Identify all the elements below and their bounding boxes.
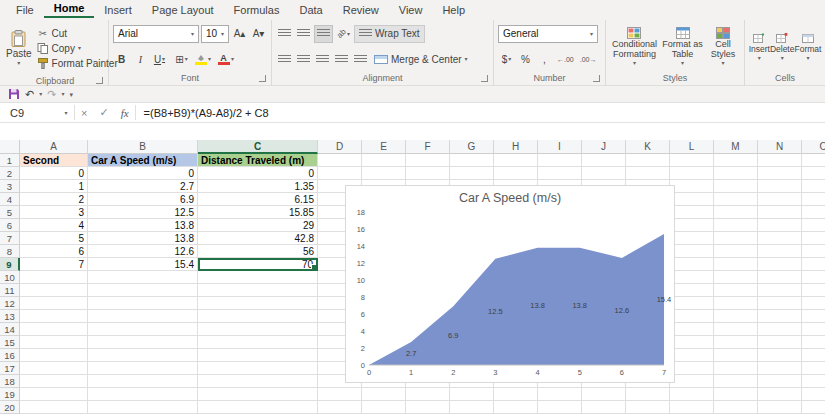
increase-indent-button[interactable] bbox=[352, 50, 369, 68]
cell-B19[interactable] bbox=[88, 388, 198, 401]
tab-formulas[interactable]: Formulas bbox=[224, 2, 290, 18]
cell-G19[interactable] bbox=[450, 388, 494, 401]
cell-O4[interactable] bbox=[802, 193, 825, 206]
cell-D19[interactable] bbox=[318, 388, 362, 401]
cell-C12[interactable] bbox=[198, 297, 318, 310]
number-dialog-launcher[interactable] bbox=[593, 75, 600, 82]
cell-L2[interactable] bbox=[670, 167, 714, 180]
cell-A14[interactable] bbox=[20, 323, 88, 336]
cell-L16[interactable] bbox=[670, 349, 714, 362]
cell-O16[interactable] bbox=[802, 349, 825, 362]
cell-O6[interactable] bbox=[802, 219, 825, 232]
row-header-17[interactable]: 17 bbox=[0, 362, 20, 375]
cell-M13[interactable] bbox=[714, 310, 758, 323]
column-header-N[interactable]: N bbox=[758, 140, 802, 154]
wrap-text-button[interactable]: Wrap Text bbox=[354, 25, 425, 43]
grow-font-button[interactable]: A▴ bbox=[231, 25, 248, 43]
cell-A7[interactable]: 5 bbox=[20, 232, 88, 245]
cut-button[interactable]: ✂Cut bbox=[35, 26, 120, 40]
tab-view[interactable]: View bbox=[389, 2, 433, 18]
underline-button[interactable]: U▾ bbox=[151, 50, 168, 68]
font-size-select[interactable]: 10▾ bbox=[201, 25, 229, 43]
cell-C3[interactable]: 1.35 bbox=[198, 180, 318, 193]
cell-B9[interactable]: 15.4 bbox=[88, 258, 198, 271]
cell-N3[interactable] bbox=[758, 180, 802, 193]
cell-E1[interactable] bbox=[362, 154, 406, 167]
cell-L12[interactable] bbox=[670, 297, 714, 310]
cancel-icon[interactable]: × bbox=[75, 103, 93, 122]
name-box-dropdown[interactable]: ▾ bbox=[58, 103, 74, 122]
cell-J19[interactable] bbox=[582, 388, 626, 401]
cell-O7[interactable] bbox=[802, 232, 825, 245]
undo-button[interactable]: ↶ bbox=[25, 88, 34, 101]
cell-B15[interactable] bbox=[88, 336, 198, 349]
cell-M5[interactable] bbox=[714, 206, 758, 219]
cell-L5[interactable] bbox=[670, 206, 714, 219]
cell-L6[interactable] bbox=[670, 219, 714, 232]
cell-I19[interactable] bbox=[538, 388, 582, 401]
chevron-down-icon[interactable]: ▾ bbox=[61, 91, 64, 97]
cell-A18[interactable] bbox=[20, 375, 88, 388]
cell-F1[interactable] bbox=[406, 154, 450, 167]
cell-L13[interactable] bbox=[670, 310, 714, 323]
cell-A11[interactable] bbox=[20, 284, 88, 297]
cell-C4[interactable]: 6.15 bbox=[198, 193, 318, 206]
cell-B1[interactable]: Car A Speed (m/s) bbox=[88, 154, 198, 167]
cell-N13[interactable] bbox=[758, 310, 802, 323]
cell-A2[interactable]: 0 bbox=[20, 167, 88, 180]
borders-button[interactable]: ⊞▾ bbox=[173, 50, 190, 68]
cell-C2[interactable]: 0 bbox=[198, 167, 318, 180]
cell-A3[interactable]: 1 bbox=[20, 180, 88, 193]
cell-L1[interactable] bbox=[670, 154, 714, 167]
copy-button[interactable]: Copy▾ bbox=[35, 41, 120, 55]
cell-O14[interactable] bbox=[802, 323, 825, 336]
cell-A19[interactable] bbox=[20, 388, 88, 401]
top-align-button[interactable] bbox=[276, 25, 293, 43]
cell-A9[interactable]: 7 bbox=[20, 258, 88, 271]
cell-B11[interactable] bbox=[88, 284, 198, 297]
paste-button[interactable]: Paste ▾ bbox=[6, 21, 32, 75]
cell-N7[interactable] bbox=[758, 232, 802, 245]
orientation-button[interactable]: ab▾ bbox=[335, 25, 352, 43]
cell-B4[interactable]: 6.9 bbox=[88, 193, 198, 206]
cell-I2[interactable] bbox=[538, 167, 582, 180]
insert-cells-button[interactable]: Insert ▾ bbox=[749, 32, 770, 61]
delete-cells-button[interactable]: Delete ▾ bbox=[770, 32, 795, 61]
row-header-14[interactable]: 14 bbox=[0, 323, 20, 336]
row-header-6[interactable]: 6 bbox=[0, 219, 20, 232]
cell-L8[interactable] bbox=[670, 245, 714, 258]
cell-N9[interactable] bbox=[758, 258, 802, 271]
cell-J1[interactable] bbox=[582, 154, 626, 167]
tab-help[interactable]: Help bbox=[432, 2, 475, 18]
italic-button[interactable]: I bbox=[132, 50, 149, 68]
column-header-H[interactable]: H bbox=[494, 140, 538, 154]
tab-page-layout[interactable]: Page Layout bbox=[142, 2, 224, 18]
middle-align-button[interactable] bbox=[295, 25, 312, 43]
conditional-formatting-button[interactable]: Conditional Formatting ▾ bbox=[610, 26, 659, 68]
row-header-10[interactable]: 10 bbox=[0, 271, 20, 284]
alignment-dialog-launcher[interactable] bbox=[481, 75, 488, 82]
cell-N18[interactable] bbox=[758, 375, 802, 388]
cell-C5[interactable]: 15.85 bbox=[198, 206, 318, 219]
cell-D2[interactable] bbox=[318, 167, 362, 180]
row-header-7[interactable]: 7 bbox=[0, 232, 20, 245]
cell-L17[interactable] bbox=[670, 362, 714, 375]
cell-L3[interactable] bbox=[670, 180, 714, 193]
cell-B16[interactable] bbox=[88, 349, 198, 362]
row-header-3[interactable]: 3 bbox=[0, 180, 20, 193]
cell-B10[interactable] bbox=[88, 271, 198, 284]
cell-O10[interactable] bbox=[802, 271, 825, 284]
cell-O2[interactable] bbox=[802, 167, 825, 180]
cell-C18[interactable] bbox=[198, 375, 318, 388]
cell-H20[interactable] bbox=[494, 401, 538, 414]
shrink-font-button[interactable]: A▾ bbox=[250, 25, 267, 43]
cell-B12[interactable] bbox=[88, 297, 198, 310]
cell-C19[interactable] bbox=[198, 388, 318, 401]
cell-A17[interactable] bbox=[20, 362, 88, 375]
cell-C17[interactable] bbox=[198, 362, 318, 375]
cell-N14[interactable] bbox=[758, 323, 802, 336]
column-header-G[interactable]: G bbox=[450, 140, 494, 154]
decrease-indent-button[interactable] bbox=[333, 50, 350, 68]
row-header-4[interactable]: 4 bbox=[0, 193, 20, 206]
cell-A6[interactable]: 4 bbox=[20, 219, 88, 232]
